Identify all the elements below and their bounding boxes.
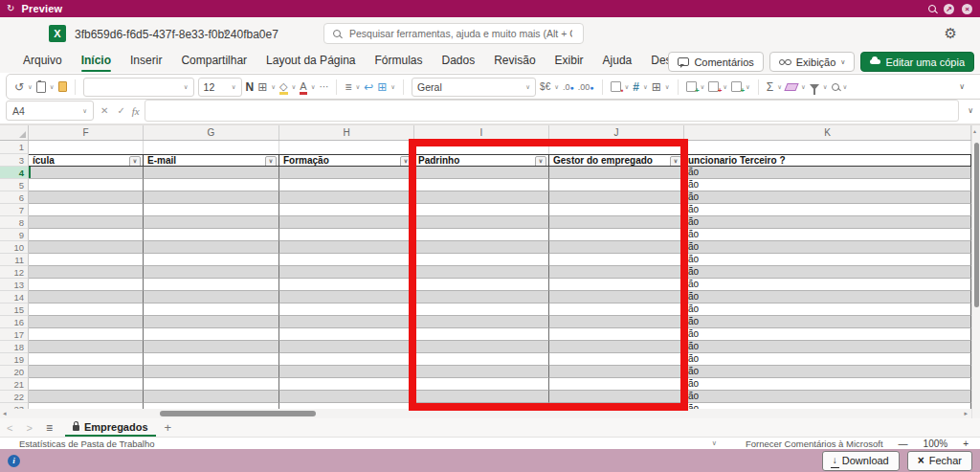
sheet-list-menu-button[interactable]: ≡ [39,421,59,435]
formula-bar-expand-icon[interactable]: ∨ [968,106,973,115]
cell-I14[interactable] [414,291,549,303]
cell-J13[interactable] [549,279,684,291]
cell-G14[interactable] [144,291,279,303]
search-box[interactable] [323,23,584,44]
select-all-button[interactable] [0,125,29,140]
cell-G22[interactable] [144,391,279,403]
ribbon-tab-ajuda[interactable]: Ajuda [593,51,642,72]
cell-F14[interactable] [29,291,144,303]
cell-J20[interactable] [549,366,684,378]
formula-input[interactable] [145,100,959,122]
cell-I20[interactable] [414,366,549,378]
cell-I21[interactable] [414,378,549,391]
currency-button[interactable]: $€ ∨ [540,82,559,92]
row-header-9[interactable]: 9 [0,229,29,241]
fill-color-button[interactable]: ◇ ∨ [279,81,296,92]
cell-H21[interactable] [279,378,414,391]
workbook-statistics-button[interactable]: Estatísticas de Pasta de Trabalho [19,438,155,449]
row-header-14[interactable]: 14 [0,291,29,303]
format-cells-button[interactable]: + ∨ [731,81,750,92]
conditional-formatting-button[interactable]: ▪ ∨ [611,81,630,92]
cell-I6[interactable] [414,191,549,204]
ribbon-tab-fórmulas[interactable]: Fórmulas [366,51,433,72]
cell-K9[interactable]: ão [684,229,971,241]
cell-F19[interactable] [29,353,144,366]
number-format-combo[interactable]: Geral ∨ [412,78,536,97]
table-header-cell-F3[interactable]: ícula∨ [29,154,144,167]
cell-H11[interactable] [279,254,414,266]
cell-F10[interactable] [29,241,144,254]
cell-I16[interactable] [414,316,549,328]
table-header-cell-K3[interactable]: uncionario Terceiro ? [684,154,971,167]
format-as-table-button[interactable]: # ∨ [633,81,647,93]
cell-J16[interactable] [549,316,684,328]
cell-G16[interactable] [144,316,279,328]
cell-K4[interactable]: ão [684,167,971,179]
column-header-K[interactable]: K [684,125,971,140]
table-header-cell-J3[interactable]: Gestor do empregado∨ [549,154,684,167]
cell-F16[interactable] [29,316,144,328]
ribbon-tab-arquivo[interactable]: Arquivo [13,51,72,72]
cell-J14[interactable] [549,291,684,303]
cell-H14[interactable] [279,291,414,303]
cell-K8[interactable]: ão [684,216,971,229]
column-header-I[interactable]: I [414,125,549,140]
ribbon-tab-compartilhar[interactable]: Compartilhar [171,51,256,72]
cell-G11[interactable] [144,254,279,266]
horizontal-scrollbar[interactable]: ◂ ▸ [0,409,971,418]
cell-styles-button[interactable]: ⊞ ∨ [652,81,670,93]
cell-F22[interactable] [29,391,144,403]
cell-F12[interactable] [29,266,144,279]
increase-decimal-button[interactable]: .00● [578,82,594,92]
cell-I19[interactable] [414,353,549,366]
cell-F8[interactable] [29,216,144,229]
column-header-F[interactable]: F [29,125,144,140]
cell-K13[interactable]: ão [684,279,971,291]
cell-F4[interactable] [29,167,144,179]
cell-H16[interactable] [279,316,414,328]
sheet-tab-empregados[interactable]: Empregados [65,418,156,437]
filter-dropdown-icon[interactable]: ∨ [129,156,141,167]
cell-I22[interactable] [414,391,549,403]
row-header-16[interactable]: 16 [0,316,29,328]
cell-K1[interactable] [684,141,971,154]
cell-H18[interactable] [279,341,414,353]
cell-I10[interactable] [414,241,549,254]
open-external-icon[interactable]: ↗ [944,4,954,14]
format-painter-icon[interactable] [58,81,67,92]
workbook-filename[interactable]: 3fb659d6-f6d5-437f-8e33-f0b240fba0e7 [75,28,278,41]
row-header-8[interactable]: 8 [0,216,29,229]
row-header-20[interactable]: 20 [0,366,29,378]
cell-H20[interactable] [279,366,414,378]
cell-J17[interactable] [549,328,684,341]
cell-F9[interactable] [29,229,144,241]
cell-K20[interactable]: ão [684,366,971,378]
cell-F11[interactable] [29,254,144,266]
find-button[interactable]: ∨ [832,83,848,91]
comments-button[interactable]: Comentários [668,52,763,72]
row-header-15[interactable]: 15 [0,303,29,316]
cell-K17[interactable]: ão [684,328,971,341]
cell-K5[interactable]: ão [684,179,971,191]
cell-J19[interactable] [549,353,684,366]
ribbon-tab-revisão[interactable]: Revisão [484,51,545,72]
vertical-scrollbar[interactable]: ▴ [971,125,980,418]
cell-H17[interactable] [279,328,414,341]
clear-button[interactable]: ∨ [786,83,806,91]
filter-dropdown-icon[interactable]: ∨ [265,156,277,167]
close-button[interactable]: × Fechar [907,451,972,471]
row-header-12[interactable]: 12 [0,266,29,279]
cell-H1[interactable] [279,141,414,154]
cell-J21[interactable] [549,378,684,391]
cell-H6[interactable] [279,191,414,204]
cell-G17[interactable] [144,328,279,341]
cell-J4[interactable] [549,167,684,179]
cell-J12[interactable] [549,266,684,279]
add-sheet-button[interactable]: + [156,420,181,435]
row-header-7[interactable]: 7 [0,204,29,216]
cell-G19[interactable] [144,353,279,366]
insert-function-button[interactable]: fx [132,105,140,117]
horizontal-scrollbar-thumb[interactable] [160,411,316,416]
cell-I4[interactable] [414,167,549,179]
row-header-18[interactable]: 18 [0,341,29,353]
